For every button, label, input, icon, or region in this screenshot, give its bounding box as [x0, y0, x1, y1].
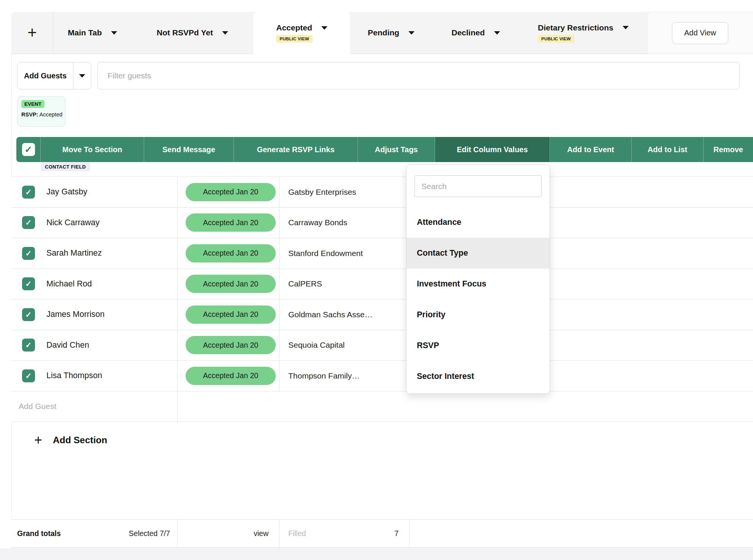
add-to-event-button[interactable]: Add to Event [550, 137, 632, 162]
chevron-down-icon [79, 74, 85, 78]
empty-cell [178, 391, 753, 422]
guest-name: Jay Gatsby [46, 187, 87, 197]
filter-field-value: Accepted [40, 111, 62, 118]
tab-main-tab-inner: Main Tab [68, 28, 117, 37]
check-icon: ✓ [24, 144, 32, 155]
adjust-tags-button[interactable]: Adjust Tags [358, 137, 435, 162]
add-guests-split-button[interactable]: Add Guests [17, 62, 91, 89]
filter-guests-input[interactable] [97, 62, 740, 89]
move-to-section-button[interactable]: Move To Section [41, 137, 144, 162]
filled-count: 7 [394, 529, 399, 538]
check-icon: ✓ [25, 310, 32, 319]
column-search-input[interactable] [415, 175, 542, 197]
menu-item-contact-type[interactable]: Contact Type [407, 238, 550, 269]
add-guest-row[interactable]: Add Guest [11, 391, 753, 422]
add-guests-button[interactable]: Add Guests [17, 62, 73, 89]
guest-name: Sarah Martinez [46, 248, 102, 258]
table-row[interactable]: ✓ Sarah Martinez Accepted Jan 20 Stanfor… [11, 238, 753, 269]
menu-item-priority[interactable]: Priority [407, 299, 550, 330]
chevron-down-icon[interactable] [408, 31, 415, 35]
edit-column-values-dropdown: Attendance Contact Type Investment Focus… [406, 164, 550, 394]
select-all-checkbox[interactable]: ✓ [22, 143, 35, 156]
table-row[interactable]: ✓ Lisa Thompson Accepted Jan 20 Thompson… [11, 361, 753, 391]
grand-totals-footer: Grand totals Selected 7/7 view Filled 7 [11, 519, 753, 548]
tab-pending-inner: Pending [368, 28, 415, 37]
table-row[interactable]: ✓ David Chen Accepted Jan 20 Sequoia Cap… [11, 330, 753, 361]
company-cell[interactable]: Thompson Family… [280, 361, 410, 391]
rsvp-status-pill[interactable]: Accepted Jan 20 [186, 336, 276, 354]
table-row[interactable]: ✓ Michael Rod Accepted Jan 20 CalPERS [11, 269, 753, 300]
table-row[interactable]: ✓ James Morrison Accepted Jan 20 Goldman… [11, 299, 753, 330]
add-to-list-button[interactable]: Add to List [632, 137, 704, 162]
menu-item-sector-interest[interactable]: Sector Interest [407, 361, 550, 392]
table-row[interactable]: ✓ Nick Carraway Accepted Jan 20 Carraway… [11, 208, 753, 239]
rsvp-status-pill[interactable]: Accepted Jan 20 [186, 213, 276, 232]
tab-accepted[interactable]: Accepted PUBLIC VIEW [253, 12, 350, 54]
row-checkbox[interactable]: ✓ [22, 216, 35, 229]
company-cell[interactable]: Goldman Sachs Asse… [280, 299, 410, 330]
tab-dietary-restrictions[interactable]: Dietary Restrictions PUBLIC VIEW [519, 12, 647, 54]
row-checkbox[interactable]: ✓ [22, 277, 35, 290]
rsvp-status-pill[interactable]: Accepted Jan 20 [186, 305, 276, 324]
tab-label: Declined [451, 28, 485, 37]
add-tab-button[interactable]: + [11, 12, 53, 54]
tab-pending[interactable]: Pending [350, 12, 432, 54]
company-cell[interactable]: Carraway Bonds [280, 208, 410, 238]
row-checkbox[interactable]: ✓ [22, 247, 35, 260]
check-icon: ✓ [25, 218, 32, 227]
add-view-panel: Add View [647, 12, 753, 54]
contact-field-tag: CONTACT FIELD [41, 162, 90, 171]
rsvp-status-pill[interactable]: Accepted Jan 20 [186, 367, 276, 385]
rsvp-status-pill[interactable]: Accepted Jan 20 [186, 183, 276, 201]
check-icon: ✓ [25, 279, 32, 288]
rsvp-cell: Accepted Jan 20 [178, 299, 280, 330]
table-row[interactable]: ✓ Jay Gatsby Accepted Jan 20 Gatsby Ente… [11, 177, 753, 208]
select-all-cell[interactable]: ✓ [16, 137, 41, 162]
add-section-label: Add Section [53, 435, 107, 445]
rsvp-cell: Accepted Jan 20 [178, 177, 280, 207]
view-tabs-bar: + Main Tab Not RSVPd Yet Accepted [11, 12, 753, 54]
tab-not-rsvpd-yet[interactable]: Not RSVPd Yet [132, 12, 253, 54]
filter-chip-text: RSVP: Accepted [21, 111, 61, 118]
name-cell: ✓ Jay Gatsby [11, 177, 178, 207]
row-checkbox[interactable]: ✓ [22, 369, 35, 382]
company-cell[interactable]: Sequoia Capital [280, 330, 410, 361]
add-guests-dropdown-toggle[interactable] [73, 62, 91, 89]
tab-label: Main Tab [68, 28, 102, 37]
tab-label: Pending [368, 28, 399, 37]
row-checkbox[interactable]: ✓ [22, 186, 35, 199]
chevron-down-icon[interactable] [222, 31, 228, 35]
rsvp-status-pill[interactable]: Accepted Jan 20 [186, 244, 276, 262]
chevron-down-icon[interactable] [623, 26, 629, 29]
row-checkbox[interactable]: ✓ [22, 339, 35, 352]
generate-rsvp-links-button[interactable]: Generate RSVP Links [234, 137, 358, 162]
event-tag-badge: EVENT [21, 100, 44, 108]
view-cell[interactable]: view [178, 520, 280, 547]
send-message-button[interactable]: Send Message [144, 137, 234, 162]
menu-item-rsvp[interactable]: RSVP [407, 330, 550, 361]
edit-column-values-button[interactable]: Edit Column Values [435, 137, 550, 162]
company-cell[interactable]: Gatsby Enterprises [280, 177, 410, 207]
tab-main-tab[interactable]: Main Tab [53, 12, 132, 54]
public-view-badge: PUBLIC VIEW [276, 35, 313, 43]
remove-button[interactable]: Remove [704, 137, 753, 162]
company-cell[interactable]: CalPERS [280, 269, 410, 299]
tab-declined[interactable]: Declined [432, 12, 519, 54]
tab-label: Accepted [276, 23, 312, 32]
menu-item-attendance[interactable]: Attendance [407, 207, 550, 238]
column-menu: Attendance Contact Type Investment Focus… [407, 207, 550, 392]
rsvp-status-pill[interactable]: Accepted Jan 20 [186, 275, 276, 293]
add-section-button[interactable]: + Add Section [11, 421, 107, 459]
filled-cell[interactable]: Filled 7 [280, 520, 410, 547]
row-checkbox[interactable]: ✓ [22, 308, 35, 321]
company-cell[interactable]: Stanford Endowment [280, 238, 410, 269]
chevron-down-icon[interactable] [321, 26, 327, 30]
chevron-down-icon[interactable] [111, 31, 117, 35]
add-guest-placeholder[interactable]: Add Guest [11, 391, 178, 422]
check-icon: ✓ [25, 249, 32, 258]
add-view-button[interactable]: Add View [672, 22, 728, 44]
name-cell: ✓ Michael Rod [11, 269, 178, 299]
rsvp-filter-chip[interactable]: EVENT RSVP: Accepted [17, 96, 65, 127]
menu-item-investment-focus[interactable]: Investment Focus [407, 269, 550, 299]
chevron-down-icon[interactable] [494, 31, 500, 35]
